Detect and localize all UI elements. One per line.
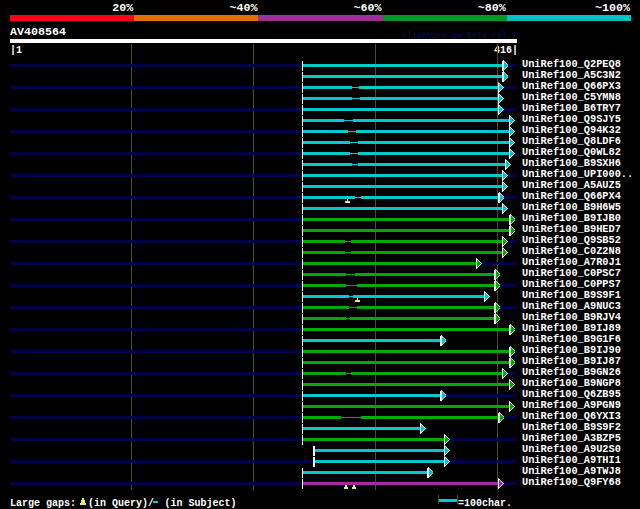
svg-text:~60%: ~60% <box>354 1 382 15</box>
svg-text:AV408564: AV408564 <box>10 25 66 39</box>
svg-text:(in Query)/: (in Query)/ <box>88 498 154 509</box>
svg-text:~80%: ~80% <box>478 1 506 15</box>
svg-text:20%: 20% <box>112 1 133 15</box>
svg-text:=100char.: =100char. <box>458 498 512 509</box>
svg-text:(in Subject): (in Subject) <box>165 498 237 509</box>
svg-text:|1: |1 <box>10 45 22 56</box>
svg-text:Large gaps:: Large gaps: <box>10 498 76 509</box>
svg-text:UniRef100_Q9FY68: UniRef100_Q9FY68 <box>522 476 621 488</box>
svg-text:~100%: ~100% <box>595 1 630 15</box>
svg-text:~40%: ~40% <box>229 1 257 15</box>
